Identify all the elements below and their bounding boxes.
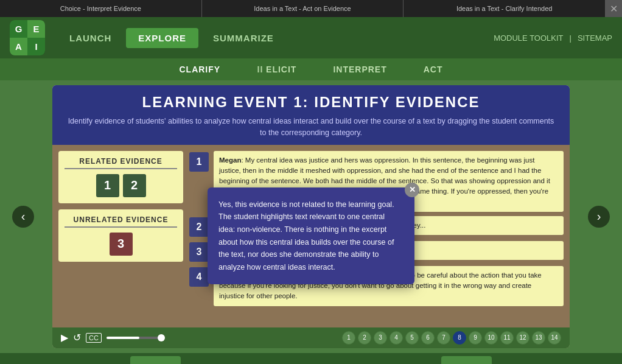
bottom-bar	[0, 353, 622, 365]
page-dot-7[interactable]: 7	[437, 331, 450, 345]
unrelated-evidence-box: UNRELATED EVIDENCE 3	[58, 209, 183, 262]
play-button[interactable]: ▶	[61, 332, 68, 343]
top-tab-1[interactable]: Choice - Interpret Evidence	[0, 0, 202, 17]
bottom-btn-left[interactable]	[130, 356, 181, 365]
modal-text: Yes, this evidence is not related to the…	[218, 200, 394, 271]
header: G E A I LAUNCH EXPLORE SUMMARIZE MODULE …	[0, 17, 622, 58]
sub-nav-interpret[interactable]: INTERPRET	[327, 62, 393, 77]
progress-fill	[107, 337, 139, 339]
card-body: RELATED EVIDENCE 1 2 UNRELATED EVIDENCE …	[52, 145, 570, 327]
bottom-btn-right[interactable]	[441, 356, 492, 365]
left-column: RELATED EVIDENCE 1 2 UNRELATED EVIDENCE …	[58, 151, 183, 321]
page-dot-2[interactable]: 2	[358, 331, 371, 345]
page-dot-1[interactable]: 1	[342, 331, 355, 345]
sitemap-link[interactable]: SITEMAP	[578, 33, 612, 43]
student-num-2: 2	[189, 217, 209, 237]
evidence-num-2[interactable]: 2	[123, 174, 146, 197]
sub-nav-elicit[interactable]: ⁞⁞ ELICIT	[251, 62, 302, 77]
page-dot-6[interactable]: 6	[421, 331, 435, 345]
nav-bar: LAUNCH EXPLORE SUMMARIZE	[57, 28, 286, 48]
progress-handle	[158, 334, 165, 341]
page-dot-8[interactable]: 8	[453, 331, 466, 345]
logo-e: E	[27, 20, 45, 38]
nav-explore[interactable]: EXPLORE	[126, 28, 198, 48]
header-right: MODULE TOOLKIT | SITEMAP	[494, 33, 612, 43]
modal-box: ✕ Yes, this evidence is not related to t…	[208, 187, 414, 285]
top-tab-2[interactable]: Ideas in a Text - Act on Evidence	[202, 0, 404, 17]
page-dot-3[interactable]: 3	[374, 331, 387, 345]
card-description: Identify evidence of students' abilities…	[65, 116, 557, 139]
page-dots: 1 2 3 4 5 6 7 8 9 10 11 12 13 14	[342, 331, 561, 345]
student-num-4: 4	[189, 267, 209, 287]
sub-nav-clarify[interactable]: CLARIFY	[173, 62, 226, 77]
content-area: ‹ LEARNING EVENT 1: IDENTIFY EVIDENCE Id…	[0, 80, 622, 353]
page-dot-14[interactable]: 14	[548, 331, 561, 345]
page-dot-11[interactable]: 11	[500, 331, 514, 345]
page-dot-12[interactable]: 12	[516, 331, 529, 345]
student-name-1: Megan	[219, 156, 241, 164]
logo: G E A I	[10, 20, 45, 55]
progress-bar[interactable]	[107, 337, 161, 339]
cc-button[interactable]: CC	[86, 333, 102, 343]
unrelated-evidence-title: UNRELATED EVIDENCE	[65, 215, 177, 228]
module-toolkit-link[interactable]: MODULE TOOLKIT	[494, 33, 563, 43]
evidence-num-1[interactable]: 1	[96, 174, 119, 197]
page-dot-9[interactable]: 9	[469, 331, 482, 345]
top-tabs-bar: Choice - Interpret Evidence Ideas in a T…	[0, 0, 622, 17]
prev-arrow[interactable]: ‹	[12, 206, 34, 228]
related-evidence-box: RELATED EVIDENCE 1 2	[58, 151, 183, 203]
close-icon[interactable]: ✕	[605, 0, 622, 17]
top-tab-3[interactable]: Ideas in a Text - Clarify Intended	[404, 0, 605, 17]
modal-close-btn[interactable]: ✕	[405, 183, 419, 197]
page-dot-4[interactable]: 4	[390, 331, 403, 345]
main-card: LEARNING EVENT 1: IDENTIFY EVIDENCE Iden…	[52, 85, 570, 348]
related-evidence-title: RELATED EVIDENCE	[65, 157, 177, 169]
refresh-button[interactable]: ↺	[73, 332, 81, 343]
evidence-num-3[interactable]: 3	[110, 233, 133, 256]
related-evidence-numbers: 1 2	[65, 174, 177, 197]
logo-g: G	[10, 20, 27, 38]
sub-nav-act[interactable]: ACT	[418, 62, 449, 77]
page-dot-13[interactable]: 13	[532, 331, 545, 345]
card-footer: ▶ ↺ CC 1 2 3 4 5 6 7 8 9 10 11 12 13	[52, 327, 570, 348]
sub-nav: CLARIFY ⁞⁞ ELICIT INTERPRET ACT	[0, 58, 622, 80]
header-separator: |	[570, 33, 571, 43]
page-dot-5[interactable]: 5	[405, 331, 419, 345]
page-dot-10[interactable]: 10	[484, 331, 498, 345]
card-title: LEARNING EVENT 1: IDENTIFY EVIDENCE	[65, 94, 557, 111]
next-arrow[interactable]: ›	[588, 206, 610, 228]
unrelated-evidence-numbers: 3	[65, 233, 177, 256]
student-num-3: 3	[189, 242, 209, 262]
nav-summarize[interactable]: SUMMARIZE	[201, 28, 286, 48]
logo-a: A	[10, 38, 27, 55]
logo-i: I	[27, 38, 45, 55]
student-num-1: 1	[189, 152, 209, 172]
nav-launch[interactable]: LAUNCH	[57, 28, 124, 48]
card-header: LEARNING EVENT 1: IDENTIFY EVIDENCE Iden…	[52, 85, 570, 145]
